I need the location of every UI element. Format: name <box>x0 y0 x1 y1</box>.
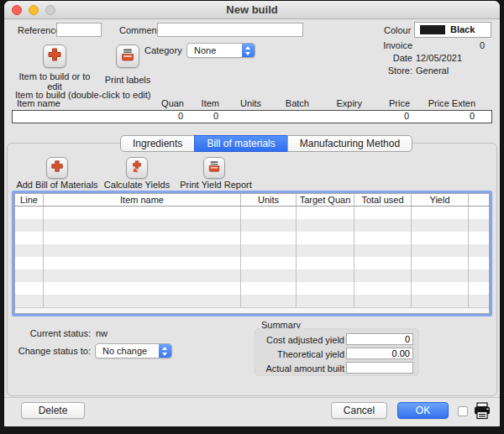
actual-amount-built-input[interactable] <box>346 362 413 374</box>
zoom-button <box>45 5 55 15</box>
bom-empty-row[interactable] <box>15 269 489 282</box>
calculate-icon <box>130 159 144 176</box>
current-status-label: Current status: <box>25 328 91 338</box>
change-status-select[interactable]: No change <box>95 343 172 358</box>
ok-button[interactable]: OK <box>397 402 449 419</box>
bom-empty-row[interactable] <box>15 219 489 232</box>
col-quan: Quan <box>149 98 189 110</box>
item-to-build-button[interactable] <box>43 44 66 68</box>
delete-button[interactable]: Delete <box>21 402 85 419</box>
traffic-lights <box>12 5 55 15</box>
cell-item: 0 <box>188 111 223 123</box>
bom-empty-row[interactable] <box>15 295 489 307</box>
item-to-build-button-label: Item to build or to edit <box>13 71 97 92</box>
theoretical-yield-input[interactable] <box>346 348 413 359</box>
col-price-exten: Price Exten <box>415 98 480 110</box>
print-labels-button[interactable] <box>116 44 139 68</box>
add-plus-icon <box>47 47 62 65</box>
date-value: 12/05/2021 <box>416 53 462 63</box>
col-total-used: Total used <box>354 194 412 206</box>
cell-price: 0 <box>366 111 414 123</box>
invoice-value: 0 <box>424 40 485 50</box>
col-item: Item <box>189 98 224 110</box>
reference-label: Reference <box>18 25 60 35</box>
print-icon <box>473 408 491 422</box>
calculate-yields-button-label: Calculate Yields <box>99 180 175 190</box>
calculate-yields-button[interactable] <box>126 157 148 179</box>
add-bom-button-label: Add Bill of Materials <box>15 180 99 190</box>
date-label: Date <box>365 53 412 63</box>
tab-bill-of-materials[interactable]: Bill of materials <box>194 135 287 152</box>
col-units: Units <box>224 98 266 110</box>
invoice-label: Invoice <box>365 40 412 50</box>
window-title: New build <box>4 1 500 19</box>
print-checkbox[interactable] <box>458 406 468 416</box>
tab-ingredients[interactable]: Ingredients <box>120 135 195 152</box>
cost-adjusted-yield-label: Cost adjusted yield <box>258 335 344 345</box>
close-button[interactable] <box>12 5 22 15</box>
tab-manufacturing-method[interactable]: Manufacturing Method <box>287 135 412 152</box>
actual-amount-built-label: Actual amount built <box>258 363 344 374</box>
bom-empty-row[interactable] <box>15 257 489 269</box>
store-label: Store: <box>365 65 412 76</box>
summary-box: Cost adjusted yield Theoretical yield Ac… <box>255 328 419 376</box>
print-labels-button-label: Print labels <box>94 75 161 85</box>
cell-quan: 0 <box>148 111 188 123</box>
colour-value: Black <box>450 24 475 34</box>
comment-input[interactable] <box>157 23 303 37</box>
print-button[interactable] <box>473 402 491 423</box>
popup-stepper-icon <box>159 344 171 358</box>
add-plus-icon <box>50 159 64 176</box>
cell-price-exten: 0 <box>414 111 480 123</box>
horizontal-scrollbar[interactable] <box>15 307 489 313</box>
col-expiry: Expiry <box>314 98 367 110</box>
printer-icon <box>120 47 135 65</box>
print-yield-report-button-label: Print Yield Report <box>174 180 258 190</box>
colour-swatch <box>420 25 445 34</box>
col-item-name: Item name <box>44 194 241 206</box>
store-value: General <box>416 65 449 76</box>
col-units: Units <box>241 194 297 206</box>
tab-bar: Ingredients Bill of materials Manufactur… <box>120 135 412 152</box>
bom-empty-row[interactable] <box>15 232 489 244</box>
minimize-button[interactable] <box>29 5 39 15</box>
bom-table-body <box>15 207 489 307</box>
category-label: Category <box>144 45 181 55</box>
col-target-quan: Target Quan <box>297 194 354 206</box>
category-select[interactable]: None <box>186 43 255 58</box>
print-yield-report-button[interactable] <box>203 157 225 179</box>
cell-expiry <box>313 111 366 123</box>
bom-table-header: Line Item name Units Target Quan Total u… <box>15 194 489 207</box>
item-table-header: Item name Quan Item Units Batch Expiry P… <box>12 98 492 110</box>
new-build-dialog: New build Reference Comment Colour Black… <box>4 1 500 426</box>
bom-empty-row[interactable] <box>15 244 489 257</box>
bom-empty-row[interactable] <box>15 282 489 295</box>
add-bom-button[interactable] <box>46 157 68 179</box>
item-to-build-table: Item name Quan Item Units Batch Expiry P… <box>12 98 492 123</box>
printer-icon <box>207 159 221 176</box>
bom-table: Line Item name Units Target Quan Total u… <box>12 191 492 316</box>
col-price: Price <box>367 98 415 110</box>
comment-label: Comment <box>119 25 160 35</box>
theoretical-yield-label: Theoretical yield <box>258 349 344 359</box>
colour-select[interactable]: Black <box>414 22 491 38</box>
cell-batch <box>265 111 313 123</box>
cell-units <box>223 111 265 123</box>
bom-empty-row[interactable] <box>15 207 489 219</box>
change-status-value: No change <box>102 346 147 356</box>
colour-label: Colour <box>384 25 411 35</box>
col-batch: Batch <box>266 98 314 110</box>
cell-item-name <box>13 111 148 123</box>
cost-adjusted-yield-input[interactable] <box>346 333 413 345</box>
reference-input[interactable] <box>56 23 102 37</box>
category-value: None <box>194 45 216 55</box>
popup-stepper-icon <box>242 44 255 57</box>
col-yield: Yield <box>412 194 469 206</box>
col-item-name: Item name <box>12 98 149 110</box>
change-status-label: Change status to: <box>13 346 91 356</box>
cancel-button[interactable]: Cancel <box>331 402 387 419</box>
col-line: Line <box>15 194 44 206</box>
titlebar: New build <box>4 1 500 19</box>
item-table-row[interactable]: 0 0 0 0 <box>12 110 492 123</box>
current-status-value: nw <box>96 328 108 338</box>
